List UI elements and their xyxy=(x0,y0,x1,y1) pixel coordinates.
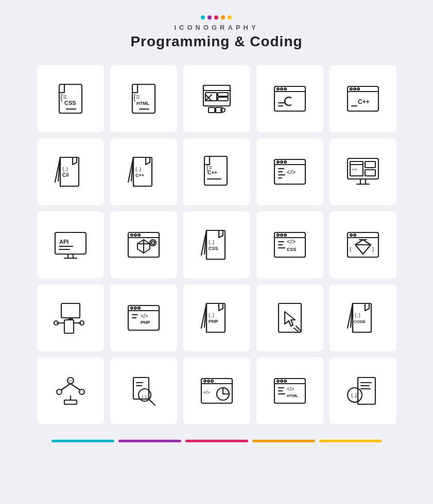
svg-point-28 xyxy=(354,88,356,90)
svg-text:{..}: {..} xyxy=(351,393,357,398)
icon-cpp-book-pen: C++ {..} xyxy=(110,138,177,205)
svg-text:C++: C++ xyxy=(358,98,370,105)
svg-point-52 xyxy=(284,161,286,163)
svg-point-166 xyxy=(277,380,279,382)
svg-rect-125 xyxy=(206,303,225,332)
page-header: ICONOGRAPHY Programming & Coding xyxy=(130,15,302,50)
svg-point-77 xyxy=(134,234,136,236)
svg-point-103 xyxy=(354,234,356,236)
svg-point-27 xyxy=(350,88,352,90)
svg-point-167 xyxy=(281,380,283,382)
svg-text:</>: </> xyxy=(203,390,210,395)
icon-wireframe xyxy=(183,65,250,132)
icon-search-code: {..} xyxy=(110,357,177,424)
footer-bar-orange xyxy=(252,440,315,442)
brand-dots xyxy=(201,15,232,20)
svg-text:C++: C++ xyxy=(135,173,144,178)
svg-text:HTML: HTML xyxy=(136,101,149,106)
svg-point-92 xyxy=(277,234,279,236)
svg-text:PHP: PHP xyxy=(209,319,218,324)
svg-text:{..}: {..} xyxy=(209,240,214,245)
svg-text:</>: </> xyxy=(352,167,358,172)
svg-line-151 xyxy=(149,400,155,405)
svg-point-102 xyxy=(350,234,352,236)
svg-rect-135 xyxy=(353,303,371,332)
icon-html-code: </> xyxy=(256,138,323,205)
svg-point-93 xyxy=(281,234,283,236)
svg-text:</>: </> xyxy=(141,313,148,319)
svg-text:</>: </> xyxy=(287,386,295,392)
svg-text:{=: {= xyxy=(60,93,67,101)
page-title: Programming & Coding xyxy=(130,33,302,50)
svg-point-159 xyxy=(211,380,213,382)
icon-php-book-pen: PHP {..} xyxy=(183,284,250,351)
footer-bar-purple xyxy=(118,440,181,442)
svg-point-157 xyxy=(204,380,206,382)
svg-text:{..}: {..} xyxy=(135,167,141,172)
svg-point-119 xyxy=(134,307,136,309)
svg-rect-14 xyxy=(218,97,228,101)
icon-browser-chart: </> xyxy=(183,357,250,424)
icon-css-file: CSS {= xyxy=(37,65,104,132)
icon-api-monitor: API xyxy=(37,211,104,278)
svg-text:HTML: HTML xyxy=(287,393,298,398)
svg-text:}: } xyxy=(372,246,374,252)
footer-bar-pink xyxy=(185,440,248,442)
svg-point-118 xyxy=(131,307,133,309)
icon-browser-gem-gear xyxy=(110,211,177,278)
svg-point-94 xyxy=(284,234,286,236)
svg-point-168 xyxy=(284,380,286,382)
svg-text:CODE: CODE xyxy=(354,319,366,324)
svg-marker-132 xyxy=(285,312,295,326)
svg-rect-141 xyxy=(64,400,77,404)
icon-code-circle-book: {..} xyxy=(330,357,396,424)
svg-text:</>: </> xyxy=(287,238,296,245)
icon-design-book xyxy=(256,284,323,351)
svg-point-20 xyxy=(277,88,279,90)
svg-point-158 xyxy=(207,380,210,382)
svg-text:{..}: {..} xyxy=(62,167,68,172)
svg-text:{: { xyxy=(350,246,352,252)
svg-rect-13 xyxy=(218,93,228,96)
svg-text:CSS: CSS xyxy=(209,246,218,251)
icon-html-file: HTML {= xyxy=(110,65,177,132)
icon-c-browser xyxy=(256,65,323,132)
svg-point-21 xyxy=(281,88,283,90)
svg-rect-109 xyxy=(61,303,80,318)
svg-line-146 xyxy=(61,384,71,390)
svg-rect-110 xyxy=(64,320,74,333)
svg-text:{=: {= xyxy=(206,164,212,171)
svg-text:CSS: CSS xyxy=(287,247,297,252)
svg-text:</>: </> xyxy=(287,169,296,176)
svg-rect-38 xyxy=(133,157,152,186)
svg-text:PHP: PHP xyxy=(141,320,150,325)
icon-php-browser: PHP </> xyxy=(110,284,177,351)
icon-network-stand: <> xyxy=(37,357,104,424)
svg-point-83 xyxy=(151,241,154,244)
svg-text:C#: C# xyxy=(62,172,69,178)
icon-device-flow xyxy=(37,284,104,351)
svg-rect-64 xyxy=(365,161,375,168)
svg-point-120 xyxy=(138,307,140,309)
svg-text:{=: {= xyxy=(133,93,140,101)
svg-text:<>: <> xyxy=(68,379,73,383)
svg-text:{..}: {..} xyxy=(355,313,360,318)
svg-text:{..}: {..} xyxy=(209,313,214,318)
svg-point-50 xyxy=(277,161,279,163)
icon-cpp-file: C++ {= xyxy=(183,138,250,205)
svg-point-51 xyxy=(281,161,283,163)
svg-line-147 xyxy=(71,384,80,390)
footer-bar-cyan xyxy=(51,440,114,442)
icon-gem-code: { } xyxy=(330,211,396,278)
icon-html-browser: HTML </> xyxy=(256,357,323,424)
footer-bars xyxy=(49,440,384,442)
svg-point-78 xyxy=(138,234,140,236)
icon-csharp-book: C# {..} xyxy=(37,138,104,205)
svg-rect-15 xyxy=(209,107,215,113)
icon-css-browser: CSS </> xyxy=(256,211,323,278)
footer-bar-yellow xyxy=(319,440,382,442)
svg-text:{..}: {..} xyxy=(142,394,147,399)
icon-css-book-pen: CSS {..} xyxy=(183,211,250,278)
icon-code-book-pen: CODE {..} xyxy=(330,284,396,351)
svg-rect-65 xyxy=(365,170,375,176)
